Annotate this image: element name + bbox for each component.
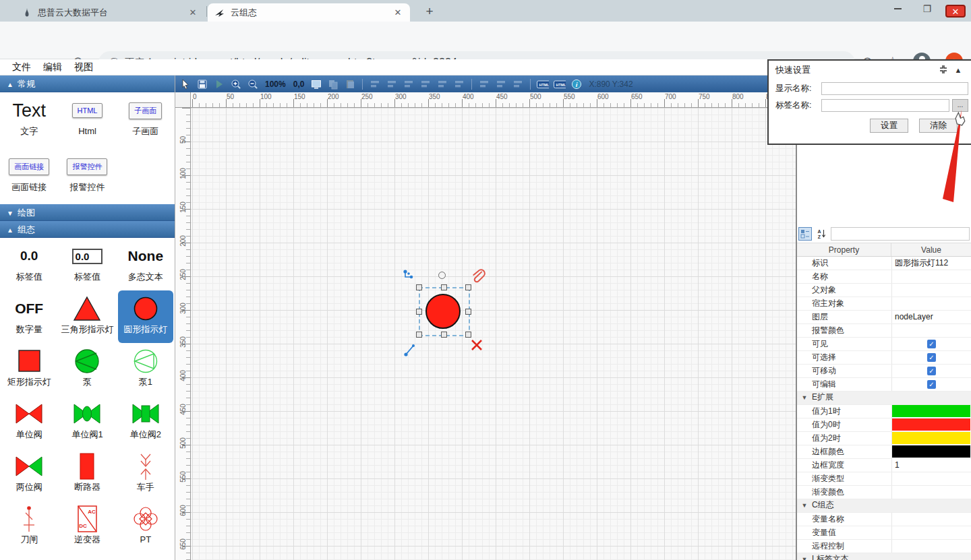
property-group-row[interactable]: ▼L标签文本 [797, 553, 971, 560]
property-value[interactable]: ✓ [891, 351, 971, 364]
new-tab-button[interactable]: + [421, 3, 438, 20]
info-icon[interactable]: i [570, 78, 583, 90]
property-group-row[interactable]: ▼C组态 [797, 499, 971, 513]
property-value[interactable] [891, 472, 971, 485]
property-row[interactable]: 报警颜色 [797, 324, 971, 338]
color-swatch[interactable] [892, 432, 970, 444]
property-row[interactable]: 可编辑✓ [797, 378, 971, 392]
palette-item-digital-glyph[interactable]: OFF数字量 [1, 290, 57, 343]
palette-item-valve-icon[interactable]: 单位阀 [1, 396, 57, 448]
property-row[interactable]: 可见✓ [797, 338, 971, 351]
paperclip-icon[interactable] [471, 269, 486, 288]
palette-item-label-value-glyph[interactable]: 0.0标签值 [1, 238, 57, 290]
property-row[interactable]: 图层nodeLayer [797, 311, 971, 324]
property-group-row[interactable]: ▼E扩展 [797, 392, 971, 405]
property-row[interactable]: 宿主对象 [797, 297, 971, 311]
html-icon[interactable]: HTML [537, 78, 549, 90]
property-row[interactable]: 值为2时 [797, 432, 971, 445]
palette-item-valve1-icon[interactable]: 单位阀1 [59, 396, 115, 448]
property-value[interactable] [891, 297, 971, 310]
palette-item-screenlink-button[interactable]: 画面链接画面链接 [1, 148, 57, 201]
palette-item-alarm-button[interactable]: 报警控件报警控件 [59, 148, 115, 201]
property-row[interactable]: 边框颜色 [797, 445, 971, 459]
palette-section-general[interactable]: ▲常规 [0, 75, 175, 92]
display-name-input[interactable] [821, 82, 968, 95]
property-value[interactable]: ✓ [891, 338, 971, 350]
tab-scada-editor[interactable]: 云组态 ✕ [208, 3, 410, 22]
menu-item[interactable]: 文件 [12, 61, 31, 73]
html-preview-icon[interactable]: HTML [554, 78, 566, 90]
delete-x-icon[interactable] [470, 338, 483, 354]
property-value[interactable] [891, 445, 971, 458]
palette-item-inverter-icon[interactable]: ACDC逆变器 [59, 501, 115, 553]
property-value[interactable]: ✓ [891, 365, 971, 377]
property-value[interactable]: nodeLayer [891, 311, 971, 323]
property-value[interactable] [891, 418, 971, 431]
palette-section-scada[interactable]: ▲组态 [0, 221, 175, 238]
property-row[interactable]: 可移动✓ [797, 365, 971, 378]
palette-item-multistate-text-glyph[interactable]: None多态文本 [118, 238, 173, 290]
group-collapse-icon[interactable]: ▼ [797, 392, 812, 404]
property-value[interactable] [891, 284, 971, 297]
restore-icon[interactable]: ❐ [917, 1, 937, 16]
sort-az-icon[interactable]: AZ [815, 227, 828, 241]
property-value[interactable] [891, 486, 971, 499]
property-value[interactable] [891, 513, 971, 526]
zoom-in-icon[interactable] [230, 78, 242, 90]
property-row[interactable]: 名称 [797, 270, 971, 284]
palette-item-boxed-value-glyph[interactable]: 0.0标签值 [59, 238, 115, 290]
property-filter-box[interactable] [831, 227, 970, 241]
property-row[interactable]: 可选择✓ [797, 351, 971, 365]
color-swatch[interactable] [892, 418, 970, 431]
resize-handle-e[interactable] [465, 309, 471, 315]
property-row[interactable]: 父对象 [797, 284, 971, 297]
resize-handle-n[interactable] [441, 284, 447, 290]
connect-nodes-icon[interactable] [403, 269, 416, 285]
palette-item-circle-indicator-icon[interactable]: 圆形指示灯 [118, 290, 173, 343]
palette-item-two-position-valve-icon[interactable]: 两位阀 [1, 448, 57, 501]
resize-handle-sw[interactable] [416, 332, 422, 338]
color-swatch[interactable] [892, 445, 970, 458]
checkbox-checked-icon[interactable]: ✓ [927, 380, 936, 389]
checkbox-checked-icon[interactable]: ✓ [927, 340, 936, 348]
rotate-handle[interactable] [438, 272, 446, 279]
property-value[interactable]: 圆形指示灯112 [891, 257, 971, 270]
palette-item-square-indicator-icon[interactable]: 矩形指示灯 [1, 343, 57, 396]
menu-item[interactable]: 编辑 [43, 61, 62, 73]
property-row[interactable]: 值为0时 [797, 418, 971, 432]
resize-handle-se[interactable] [465, 332, 471, 338]
property-row[interactable]: 标识圆形指示灯112 [797, 257, 971, 270]
property-value[interactable] [891, 405, 971, 418]
menu-item[interactable]: 视图 [74, 61, 93, 73]
tab-close-icon[interactable]: ✕ [392, 7, 403, 18]
categorized-view-icon[interactable] [798, 227, 812, 241]
property-row[interactable]: 渐变类型 [797, 472, 971, 486]
tag-name-input[interactable] [821, 99, 949, 112]
property-value[interactable]: ✓ [891, 378, 971, 391]
resize-handle-w[interactable] [416, 309, 422, 315]
palette-item-html-button[interactable]: HTMLHtml [59, 92, 115, 145]
clear-button[interactable]: 清除 [919, 119, 958, 133]
property-row[interactable]: 边框宽度1 [797, 459, 971, 472]
palette-item-pump1-icon[interactable]: 泵1 [118, 343, 173, 396]
group-collapse-icon[interactable]: ▼ [797, 499, 812, 512]
palette-item-triangle-indicator-icon[interactable]: 三角形指示灯 [59, 290, 115, 343]
checkbox-checked-icon[interactable]: ✓ [927, 353, 936, 362]
property-row[interactable]: 变量名称 [797, 513, 971, 526]
property-value[interactable] [891, 270, 971, 283]
checkbox-checked-icon[interactable]: ✓ [927, 367, 936, 375]
property-value[interactable] [891, 540, 971, 553]
zoom-out-icon[interactable] [247, 78, 259, 90]
property-row[interactable]: 渐变颜色 [797, 486, 971, 499]
screen-icon[interactable] [310, 78, 322, 90]
palette-section-draw[interactable]: ▼绘图 [0, 204, 175, 221]
resize-handle-nw[interactable] [416, 284, 422, 290]
resize-line-icon[interactable] [402, 341, 419, 361]
palette-item-valve2-icon[interactable]: 单位阀2 [118, 396, 173, 448]
property-row[interactable]: 值为1时 [797, 405, 971, 418]
palette-item-breaker-icon[interactable]: 断路器 [59, 448, 115, 501]
group-collapse-icon[interactable]: ▼ [797, 553, 812, 560]
property-row[interactable]: 变量值 [797, 526, 971, 540]
palette-item-text-glyph[interactable]: Text文字 [1, 92, 57, 145]
palette-item-pt-icon[interactable]: PT [118, 501, 173, 553]
